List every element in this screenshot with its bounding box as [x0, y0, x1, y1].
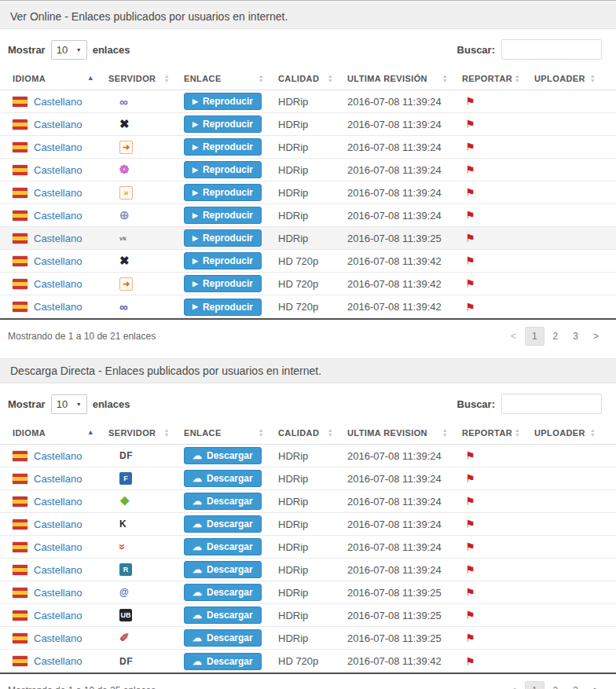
play-button[interactable]: ▶ Reproducir	[184, 275, 262, 292]
report-flag-icon[interactable]: ⚑	[465, 141, 475, 153]
report-flag-icon[interactable]: ⚑	[465, 632, 475, 644]
page-button-1[interactable]: 1	[525, 327, 544, 346]
report-flag-icon[interactable]: ⚑	[465, 472, 475, 485]
report-flag-icon[interactable]: ⚑	[465, 449, 475, 462]
report-flag-icon[interactable]: ⚑	[465, 518, 475, 530]
report-flag-icon[interactable]: ⚑	[465, 186, 475, 199]
language-link[interactable]: Castellano	[34, 632, 82, 644]
server-icon-orange-arrow[interactable]: ➜	[119, 277, 133, 291]
column-header[interactable]: IDIOMA ▲ ▼	[13, 74, 108, 83]
report-flag-icon[interactable]: ⚑	[465, 232, 475, 244]
server-icon-ub-dark[interactable]: UB	[119, 609, 132, 621]
play-button[interactable]: ▶ Reproducir	[184, 299, 262, 316]
next-page-button[interactable]: >	[587, 681, 605, 689]
download-button[interactable]: ☁ Descargar	[184, 470, 262, 487]
column-header[interactable]: SERVIDOR ▲ ▼	[108, 74, 184, 83]
download-button[interactable]: ☁ Descargar	[184, 561, 262, 578]
download-button[interactable]: ☁ Descargar	[184, 447, 262, 464]
server-icon-globe[interactable]: ⊕	[119, 208, 130, 222]
page-button-2[interactable]: 2	[547, 681, 565, 689]
column-header[interactable]: CALIDAD ▲ ▼	[278, 428, 347, 438]
language-link[interactable]: Castellano	[34, 210, 82, 222]
play-button[interactable]: ▶ Reproducir	[184, 93, 262, 110]
page-button-1[interactable]: 1	[525, 681, 544, 689]
language-link[interactable]: Castellano	[34, 564, 82, 576]
server-icon-red-chevrons[interactable]: »	[116, 544, 129, 550]
play-button[interactable]: ▶ Reproducir	[184, 229, 262, 247]
report-flag-icon[interactable]: ⚑	[465, 118, 475, 130]
column-header[interactable]: ULTIMA REVISION ▲ ▼	[347, 428, 462, 438]
column-header[interactable]: ENLACE ▲ ▼	[184, 428, 278, 438]
server-icon-dark-k-arrow[interactable]: K	[119, 519, 126, 530]
language-link[interactable]: Castellano	[34, 450, 82, 462]
language-link[interactable]: Castellano	[34, 473, 82, 485]
page-button-2[interactable]: 2	[547, 327, 565, 346]
language-link[interactable]: Castellano	[34, 141, 82, 153]
column-header[interactable]: UPLOADER ▲ ▼	[534, 428, 610, 438]
server-icon-green-shirt[interactable]: ❖	[119, 494, 130, 508]
report-flag-icon[interactable]: ⚑	[465, 655, 475, 668]
report-flag-icon[interactable]: ⚑	[465, 301, 475, 313]
language-link[interactable]: Castellano	[34, 233, 82, 244]
language-link[interactable]: Castellano	[34, 255, 82, 267]
report-flag-icon[interactable]: ⚑	[465, 586, 475, 599]
report-flag-icon[interactable]: ⚑	[465, 541, 475, 553]
column-header[interactable]: REPORTAR ▲ ▼	[462, 74, 534, 83]
server-icon-teal-r[interactable]: R	[119, 563, 132, 576]
show-entries-select[interactable]: 10 ▼	[51, 394, 87, 414]
column-header[interactable]: ENLACE ▲ ▼	[184, 74, 278, 83]
search-input[interactable]	[501, 39, 602, 60]
server-icon-vk[interactable]: vk	[119, 235, 126, 242]
report-flag-icon[interactable]: ⚑	[465, 495, 475, 508]
download-button[interactable]: ☁ Descargar	[184, 629, 262, 647]
report-flag-icon[interactable]: ⚑	[465, 255, 475, 267]
language-link[interactable]: Castellano	[34, 541, 82, 553]
language-link[interactable]: Castellano	[34, 96, 82, 108]
column-header[interactable]: IDIOMA ▲ ▼	[13, 428, 108, 438]
download-button[interactable]: ☁ Descargar	[184, 515, 262, 533]
server-icon-orange-arrow[interactable]: ➜	[119, 141, 133, 154]
download-button[interactable]: ☁ Descargar	[184, 584, 262, 601]
server-icon-black-x[interactable]: ✖	[119, 117, 130, 131]
play-button[interactable]: ▶ Reproducir	[184, 184, 262, 201]
report-flag-icon[interactable]: ⚑	[465, 209, 475, 222]
column-header[interactable]: UPLOADER ▲ ▼	[534, 74, 610, 83]
column-header[interactable]: SERVIDOR ▲ ▼	[108, 428, 184, 438]
server-icon-pink-swirl[interactable]: ❁	[119, 163, 130, 177]
report-flag-icon[interactable]: ⚑	[465, 163, 475, 176]
column-header[interactable]: ULTIMA REVISIÓN ▲ ▼	[347, 74, 462, 83]
report-flag-icon[interactable]: ⚑	[465, 609, 475, 621]
show-entries-select[interactable]: 10 ▼	[51, 40, 87, 60]
page-button-3[interactable]: 3	[566, 327, 585, 346]
language-link[interactable]: Castellano	[34, 519, 82, 530]
report-flag-icon[interactable]: ⚑	[465, 95, 475, 108]
play-button[interactable]: ▶ Reproducir	[184, 252, 262, 269]
column-header[interactable]: CALIDAD ▲ ▼	[278, 74, 347, 83]
server-icon-infinity[interactable]: ∞	[119, 300, 128, 313]
download-button[interactable]: ☁ Descargar	[184, 493, 262, 510]
play-button[interactable]: ▶ Reproducir	[184, 161, 262, 178]
language-link[interactable]: Castellano	[34, 164, 82, 176]
language-link[interactable]: Castellano	[34, 655, 82, 667]
prev-page-button[interactable]: <	[504, 327, 522, 346]
download-button[interactable]: ☁ Descargar	[184, 607, 262, 624]
play-button[interactable]: ▶ Reproducir	[184, 138, 262, 156]
download-button[interactable]: ☁ Descargar	[184, 653, 262, 670]
server-icon-sound-waves[interactable]: »	[119, 186, 133, 200]
server-icon-df-text[interactable]: DF	[119, 656, 133, 667]
server-icon-black-x[interactable]: ✖	[119, 254, 130, 268]
download-button[interactable]: ☁ Descargar	[184, 538, 262, 555]
server-icon-blue-swirl[interactable]: @	[119, 587, 129, 598]
search-input[interactable]	[501, 394, 602, 414]
language-link[interactable]: Castellano	[34, 610, 82, 621]
play-button[interactable]: ▶ Reproducir	[184, 115, 262, 133]
language-link[interactable]: Castellano	[34, 496, 82, 508]
report-flag-icon[interactable]: ⚑	[465, 563, 475, 576]
play-button[interactable]: ▶ Reproducir	[184, 207, 262, 224]
language-link[interactable]: Castellano	[34, 278, 82, 290]
report-flag-icon[interactable]: ⚑	[465, 277, 475, 290]
server-icon-infinity[interactable]: ∞	[119, 95, 128, 108]
language-link[interactable]: Castellano	[34, 587, 82, 599]
column-header[interactable]: REPORTAR ▲ ▼	[462, 428, 534, 438]
server-icon-blue-f[interactable]: F	[119, 472, 132, 485]
